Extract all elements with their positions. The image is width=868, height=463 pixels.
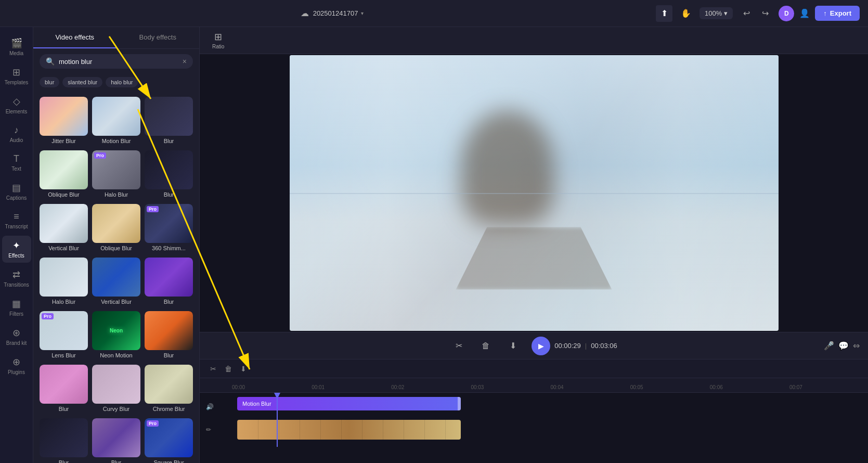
- center-area: ⊞ Ratio ✂ 🗑 ⬇ ▶ 00:00:29 |: [200, 27, 868, 463]
- elements-icon: ◇: [13, 96, 20, 107]
- effect-card-blur-1[interactable]: Blur: [145, 97, 193, 146]
- search-input[interactable]: [59, 58, 178, 66]
- video-preview: [290, 55, 779, 331]
- timeline-body: 00:00 00:01 00:02 00:03 00:04 00:05 00:0…: [200, 378, 868, 463]
- horizon-line: [290, 193, 779, 194]
- sidebar-item-effects[interactable]: ✦ Effects: [2, 236, 31, 263]
- avatar[interactable]: D: [779, 6, 794, 21]
- effect-card-blur-6[interactable]: Blur: [40, 418, 88, 463]
- sidebar-item-plugins[interactable]: ⊕ Plugins: [2, 352, 31, 379]
- preview-area: [200, 54, 868, 332]
- chevron-down-icon: ▾: [361, 10, 364, 16]
- sidebar-item-transcript[interactable]: ≡ Transcript: [2, 207, 31, 234]
- sidebar-item-templates[interactable]: ⊞ Templates: [2, 62, 31, 89]
- effect-card-oblique-blur-2[interactable]: Oblique Blur: [92, 204, 140, 253]
- filter-tag-halo[interactable]: halo blur: [106, 77, 138, 87]
- delete-button[interactable]: 🗑: [477, 338, 494, 354]
- mute-effect-button[interactable]: 🔊: [204, 401, 216, 413]
- current-time: 00:00:29: [554, 342, 581, 350]
- grid-row: Pro Lens Blur Neon Neon Motion Blur: [40, 311, 193, 361]
- sidebar-item-transitions[interactable]: ⇄ Transitions: [2, 265, 31, 292]
- timeline-header: ✂ 🗑 ⬇: [200, 359, 868, 378]
- sidebar-item-audio[interactable]: ♪ Audio: [2, 121, 31, 147]
- split-button[interactable]: ✂: [450, 338, 467, 354]
- sidebar-item-captions[interactable]: ▤ Captions: [2, 178, 31, 205]
- share-icon[interactable]: 👤: [799, 8, 810, 18]
- effect-card-halo-blur[interactable]: Pro Halo Blur: [92, 150, 140, 200]
- microphone-icon[interactable]: 🎤: [824, 341, 834, 351]
- video-clip[interactable]: [237, 420, 461, 440]
- time-display: ▶ 00:00:29 | 00:03:06: [532, 337, 617, 355]
- split-timeline-button[interactable]: ✂: [208, 363, 218, 375]
- brand-icon: ⊛: [12, 327, 20, 339]
- preview-content: [290, 55, 779, 331]
- effects-grid: Jitter Blur Motion Blur Blur: [33, 93, 199, 463]
- filter-tag-slanted[interactable]: slanted blur: [62, 77, 102, 87]
- play-button[interactable]: ▶: [532, 337, 550, 355]
- tab-video-effects[interactable]: Video effects: [33, 27, 116, 48]
- download-timeline-button[interactable]: ⬇: [238, 363, 249, 375]
- effect-card-motion-blur[interactable]: Motion Blur: [92, 97, 140, 146]
- track-video: ✏: [200, 420, 868, 440]
- download-button[interactable]: ⬇: [504, 338, 521, 354]
- effect-card-oblique-blur[interactable]: Oblique Blur: [40, 150, 88, 200]
- effect-card-chrome-blur[interactable]: Chrome Blur: [145, 365, 193, 414]
- panel-tabs: Video effects Body effects: [33, 27, 199, 49]
- effect-card-vertical-blur-2[interactable]: Vertical Blur: [92, 258, 140, 307]
- export-button[interactable]: ↑ Export: [815, 6, 860, 21]
- clear-icon[interactable]: ×: [183, 57, 187, 66]
- effect-card-curvy-blur[interactable]: Curvy Blur: [92, 365, 140, 414]
- cursor-tool[interactable]: ⬆: [656, 5, 672, 22]
- effect-card-blur-3[interactable]: Blur: [145, 258, 193, 307]
- upload-icon: ☁: [301, 8, 309, 18]
- effect-clip-handle[interactable]: [458, 397, 461, 410]
- project-name[interactable]: 202501241707 ▾: [313, 9, 364, 17]
- ruler-mark-1: 00:01: [310, 384, 390, 390]
- filters-icon: ▦: [12, 298, 21, 310]
- main-layout: 🎬 Media ⊞ Templates ◇ Elements ♪ Audio T…: [0, 27, 868, 463]
- zoom-control[interactable]: 100% ▾: [699, 7, 733, 19]
- fullscreen-icon[interactable]: ⇔: [853, 341, 860, 351]
- delete-timeline-button[interactable]: 🗑: [223, 363, 234, 375]
- text-icon: T: [14, 153, 19, 164]
- edit-video-button[interactable]: ✏: [204, 424, 213, 435]
- effect-card-vertical-blur[interactable]: Vertical Blur: [40, 204, 88, 253]
- video-clip-inner: [237, 420, 461, 440]
- timeline: ✂ 🗑 ⬇ 00:00 00:01 00:02 00:03 00:04 00:0…: [200, 359, 868, 463]
- sidebar-item-text[interactable]: T Text: [2, 149, 31, 176]
- sidebar-item-elements[interactable]: ◇ Elements: [2, 92, 31, 119]
- grid-row: Vertical Blur Oblique Blur Pro 360 Shimm…: [40, 204, 193, 253]
- grid-row: Blur Blur Pro Square Blur: [40, 418, 193, 463]
- sidebar-item-media[interactable]: 🎬 Media: [2, 33, 31, 60]
- ratio-button[interactable]: ⊞ Ratio: [208, 29, 228, 52]
- captions-icon[interactable]: 💬: [838, 341, 849, 351]
- effect-card-lens-blur[interactable]: Pro Lens Blur: [40, 311, 88, 361]
- grid-row: Oblique Blur Pro Halo Blur Blur: [40, 150, 193, 200]
- effect-card-square-blur[interactable]: Pro Square Blur: [145, 418, 193, 463]
- hand-tool[interactable]: ✋: [678, 5, 694, 22]
- search-bar: 🔍 ×: [33, 49, 199, 74]
- effect-card-neon-motion[interactable]: Neon Neon Motion: [92, 311, 140, 361]
- effect-card-360-shimmer[interactable]: Pro 360 Shimm...: [145, 204, 193, 253]
- undo-button[interactable]: ↩: [738, 5, 755, 22]
- sidebar-item-filters[interactable]: ▦ Filters: [2, 294, 31, 321]
- effect-card-jitter-blur[interactable]: Jitter Blur: [40, 97, 88, 146]
- effect-card-blur-5[interactable]: Blur: [40, 365, 88, 414]
- effect-card-blur-7[interactable]: Blur: [92, 418, 140, 463]
- ratio-icon: ⊞: [214, 31, 222, 43]
- export-icon: ↑: [823, 9, 827, 17]
- effect-card-blur-2[interactable]: Blur: [145, 150, 193, 200]
- effect-card-blur-4[interactable]: Blur: [145, 311, 193, 361]
- redo-button[interactable]: ↪: [757, 5, 773, 22]
- filter-tag-blur[interactable]: blur: [40, 77, 59, 87]
- search-input-wrap: 🔍 ×: [40, 54, 193, 69]
- ruler-mark-0: 00:00: [231, 384, 310, 390]
- effect-clip[interactable]: Motion Blur: [237, 397, 461, 410]
- effect-card-halo-blur-2[interactable]: Halo Blur: [40, 258, 88, 307]
- sidebar-item-brand[interactable]: ⊛ Brand kit: [2, 323, 31, 350]
- tab-body-effects[interactable]: Body effects: [116, 27, 200, 48]
- transitions-icon: ⇄: [12, 269, 20, 280]
- ruler-mark-2: 00:02: [390, 384, 470, 390]
- undo-redo: ↩ ↪: [738, 5, 773, 22]
- track-effect: 🔊 Motion Blur: [200, 397, 868, 417]
